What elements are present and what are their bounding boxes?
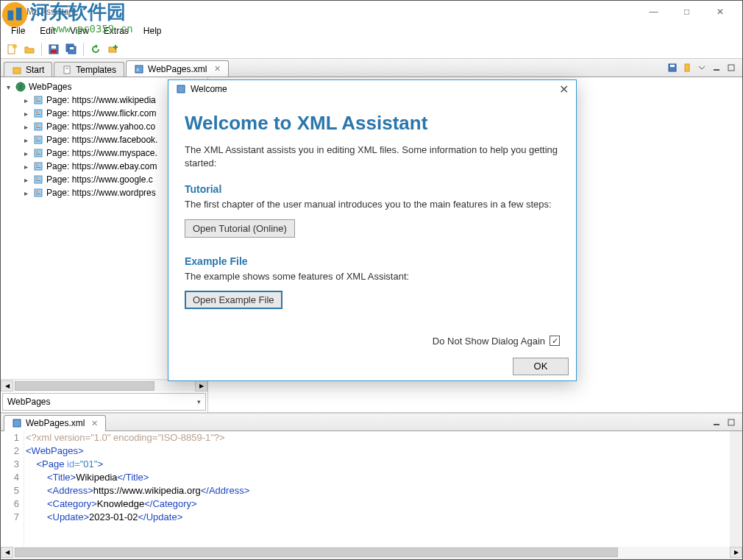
- add-node-button[interactable]: [105, 41, 121, 57]
- do-not-show-checkbox[interactable]: ✓: [550, 336, 560, 346]
- dialog-icon: [176, 84, 186, 94]
- close-button[interactable]: ✕: [703, 1, 736, 23]
- save-all-button[interactable]: [63, 41, 79, 57]
- svg-rect-46: [36, 177, 38, 180]
- tab-templates[interactable]: Templates: [54, 62, 124, 77]
- editor-vscrollbar[interactable]: [730, 431, 742, 547]
- expand-icon[interactable]: ▸: [21, 136, 30, 144]
- svg-rect-24: [714, 69, 719, 71]
- tab-editor-active[interactable]: X WebPages.xml ✕: [126, 60, 228, 77]
- toolbar-divider: [41, 43, 42, 56]
- code-line[interactable]: <WebPages>: [26, 444, 730, 458]
- scroll-left-button[interactable]: ◀: [1, 380, 13, 391]
- bottom-tabbar: WebPages.xml ✕: [1, 414, 742, 431]
- menu-view[interactable]: View: [64, 24, 95, 38]
- editor-code[interactable]: <?xml version="1.0" encoding="ISO-8859-1…: [24, 431, 730, 547]
- svg-rect-29: [36, 101, 40, 102]
- maximize-button[interactable]: □: [670, 1, 703, 23]
- checkbox-label: Do Not Show Dialog Again: [433, 336, 545, 347]
- page-node-icon: [33, 188, 43, 198]
- scroll-left-button[interactable]: ◀: [1, 547, 13, 558]
- minimize-button[interactable]: —: [637, 1, 670, 23]
- scroll-track[interactable]: [13, 547, 730, 558]
- svg-text:X: X: [136, 68, 139, 72]
- expand-icon[interactable]: ▸: [21, 110, 30, 118]
- line-number: 3: [1, 458, 19, 471]
- menu-file[interactable]: File: [5, 24, 31, 38]
- scroll-right-button[interactable]: ▶: [730, 547, 742, 558]
- svg-rect-37: [36, 138, 38, 140]
- menu-extras[interactable]: Extras: [98, 24, 135, 38]
- tab-close-icon[interactable]: ✕: [214, 64, 221, 74]
- svg-rect-15: [113, 46, 118, 48]
- editor-hscrollbar[interactable]: ◀ ▶: [1, 547, 742, 559]
- svg-rect-28: [36, 98, 38, 100]
- dialog-titlebar[interactable]: Welcome ✕: [168, 80, 576, 99]
- svg-rect-16: [13, 68, 21, 74]
- tabbar-save-button[interactable]: [666, 62, 679, 74]
- svg-rect-50: [36, 194, 40, 194]
- open-example-button[interactable]: Open Example File: [185, 291, 282, 309]
- open-tutorial-button[interactable]: Open Tutorial (Online): [185, 219, 295, 238]
- minimize-pane-icon: [712, 63, 721, 72]
- svg-rect-49: [36, 191, 38, 193]
- line-number: 1: [1, 431, 19, 444]
- tab-start[interactable]: Start: [4, 62, 52, 77]
- svg-rect-52: [714, 424, 719, 425]
- tab-close-icon[interactable]: ✕: [91, 419, 98, 428]
- dialog-close-button[interactable]: ✕: [559, 82, 569, 96]
- page-node-icon: [33, 108, 43, 118]
- code-line[interactable]: <Update>2023-01-02</Update>: [26, 511, 730, 524]
- code-line[interactable]: <Category>Knowledge</Category>: [26, 497, 730, 511]
- maximize-pane-icon: [727, 63, 736, 72]
- tabbar-menu-button[interactable]: [695, 62, 708, 74]
- tabbar-maximize-pane-button[interactable]: [725, 62, 738, 74]
- menu-help[interactable]: Help: [138, 24, 168, 38]
- refresh-button[interactable]: [88, 41, 104, 57]
- open-file-button[interactable]: [21, 41, 38, 57]
- menu-edit[interactable]: Edit: [34, 24, 61, 38]
- code-line[interactable]: <Title>Wikipedia</Title>: [26, 471, 730, 484]
- line-number: 7: [1, 511, 19, 524]
- expand-icon[interactable]: ▸: [21, 96, 30, 104]
- code-line[interactable]: <?xml version="1.0" encoding="ISO-8859-1…: [26, 431, 730, 444]
- page-node-icon: [33, 161, 43, 171]
- tabbar-minimize-pane-button[interactable]: [710, 417, 723, 428]
- save-all-icon: [65, 43, 77, 55]
- tree-node-label: Page: https://www.wordpres: [46, 188, 156, 198]
- scroll-right-button[interactable]: ▶: [195, 380, 207, 391]
- code-line[interactable]: <Address>https://www.wikipedia.org</Addr…: [26, 484, 730, 497]
- combo-value: WebPages: [7, 397, 50, 407]
- expand-icon[interactable]: ▸: [21, 163, 30, 171]
- new-file-button[interactable]: [4, 41, 20, 57]
- tabbar-pin-button[interactable]: [680, 62, 694, 74]
- bottom-tab-active[interactable]: WebPages.xml ✕: [4, 415, 106, 431]
- window-titlebar: XML Assistant — □ ✕: [1, 1, 742, 23]
- scroll-thumb[interactable]: [15, 381, 154, 391]
- tabbar-minimize-pane-button[interactable]: [710, 62, 723, 74]
- expand-icon[interactable]: ▸: [21, 189, 30, 197]
- save-button[interactable]: [46, 41, 62, 57]
- toolbar-divider: [83, 43, 84, 56]
- expand-icon[interactable]: ▾: [4, 83, 13, 91]
- close-icon: ✕: [717, 7, 724, 17]
- expand-icon[interactable]: ▸: [21, 176, 30, 184]
- templates-tab-icon: [62, 65, 72, 75]
- tree-node-label: Page: https://www.yahoo.co: [46, 121, 155, 132]
- expand-icon[interactable]: ▸: [21, 123, 30, 131]
- line-number: 2: [1, 444, 19, 458]
- code-line[interactable]: <Page id="01">: [26, 458, 730, 471]
- element-selector-combo[interactable]: WebPages ▾: [2, 393, 206, 411]
- expand-icon[interactable]: ▸: [21, 149, 30, 157]
- tree-node-label: Page: https://www.wikipedia: [46, 95, 156, 105]
- code-editor[interactable]: 1234567 <?xml version="1.0" encoding="IS…: [1, 431, 742, 547]
- svg-rect-22: [670, 65, 675, 67]
- scroll-thumb[interactable]: [15, 547, 618, 557]
- scroll-track[interactable]: [13, 380, 195, 391]
- globe-icon: [15, 82, 26, 92]
- ok-button[interactable]: OK: [513, 358, 569, 375]
- svg-rect-17: [64, 66, 70, 74]
- svg-rect-41: [36, 154, 40, 155]
- tabbar-maximize-pane-button[interactable]: [725, 417, 738, 428]
- tab-label: WebPages.xml: [26, 418, 85, 428]
